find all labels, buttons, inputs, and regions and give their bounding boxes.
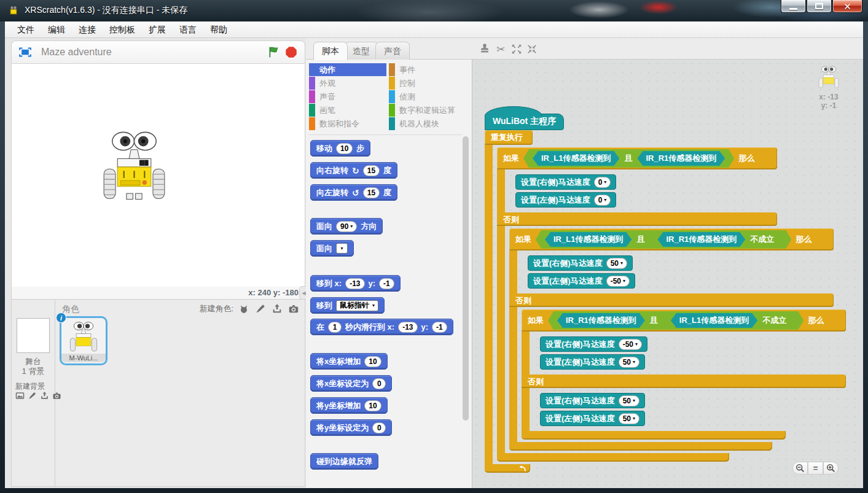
- speed-dropdown[interactable]: -50▾: [619, 339, 642, 350]
- category-events[interactable]: 事件: [389, 63, 466, 76]
- block-change-y[interactable]: 将y坐标增加 10: [310, 397, 388, 414]
- category-looks[interactable]: 外观: [309, 77, 386, 90]
- and-operator-block[interactable]: IR_L1传感器检测到 且 IR_R1传感器检测到 不成立: [536, 230, 791, 249]
- sensor-ir-r1-block[interactable]: IR_R1传感器检测到: [557, 313, 645, 328]
- zoom-reset-button[interactable]: =: [808, 462, 823, 475]
- category-sound[interactable]: 声音: [309, 90, 386, 103]
- speed-dropdown[interactable]: 50▾: [619, 357, 639, 368]
- tab-costumes[interactable]: 造型: [344, 42, 378, 60]
- stage-canvas[interactable]: [11, 64, 305, 287]
- block-bounce-on-edge[interactable]: 碰到边缘就反弹: [310, 453, 378, 470]
- delta-input[interactable]: 10: [364, 356, 381, 367]
- menu-board[interactable]: 控制板: [103, 21, 142, 37]
- degrees-input[interactable]: 15: [363, 187, 380, 198]
- menu-language[interactable]: 语言: [173, 21, 203, 37]
- green-flag-button[interactable]: [268, 46, 280, 58]
- set-left-motor-block[interactable]: 设置(左侧)马达速度 50▾: [540, 411, 645, 426]
- block-glide[interactable]: 在 1 秒内滑行到 x: -13 y: -1: [310, 319, 453, 335]
- backdrop-paint-icon[interactable]: [27, 390, 37, 401]
- maximize-button[interactable]: [807, 0, 832, 13]
- scissors-icon[interactable]: ✂: [494, 42, 507, 56]
- block-point-in-direction[interactable]: 面向 90▾ 方向: [310, 218, 383, 235]
- sensor-ir-l1-block[interactable]: IR_L1传感器检测到: [671, 313, 757, 328]
- x-input[interactable]: -13: [345, 278, 364, 289]
- speed-dropdown[interactable]: 50▾: [606, 258, 627, 269]
- menu-edit[interactable]: 编辑: [41, 21, 72, 37]
- forever-block[interactable]: 重复执行 如果 IR_L1传感器检测到 且 IR_R1传感器检测到: [485, 130, 846, 473]
- speed-dropdown[interactable]: 50▾: [619, 413, 639, 424]
- block-turn-right[interactable]: 向右旋转 ↻ 15 度: [310, 162, 397, 179]
- stop-button[interactable]: [285, 46, 297, 58]
- and-operator-block[interactable]: IR_R1传感器检测到 且 IR_L1传感器检测到 不成立: [548, 311, 803, 330]
- set-left-motor-block[interactable]: 设置(左侧)马达速度 -50▾: [528, 273, 635, 289]
- towards-dropdown[interactable]: ▾: [336, 243, 348, 254]
- block-goto-mouse[interactable]: 移到 鼠标指针▾: [310, 297, 385, 314]
- backdrop-upload-icon[interactable]: [39, 390, 50, 401]
- close-button[interactable]: ✕: [832, 0, 862, 13]
- category-motion[interactable]: 动作: [309, 63, 386, 76]
- degrees-input[interactable]: 15: [363, 165, 380, 176]
- delta-input[interactable]: 10: [364, 400, 381, 411]
- sensor-ir-r1-block[interactable]: IR_R1传感器检测到: [657, 232, 745, 247]
- goto-target-dropdown[interactable]: 鼠标指针▾: [336, 300, 378, 311]
- stage-sprite-walle[interactable]: [102, 130, 166, 203]
- y-input[interactable]: -1: [432, 322, 447, 333]
- category-operators[interactable]: 数字和逻辑运算: [389, 104, 466, 117]
- category-robot[interactable]: 机器人模块: [389, 117, 466, 130]
- category-data[interactable]: 数据和指令: [309, 117, 386, 130]
- paintbrush-icon[interactable]: [254, 303, 267, 315]
- menu-file[interactable]: 文件: [10, 21, 41, 37]
- script-stack[interactable]: WuLiBot 主程序 重复执行 如果 IR_L1传感器检测到: [485, 105, 846, 473]
- block-move-steps[interactable]: 移动 10 步: [310, 140, 370, 157]
- wulibot-main-hat-block[interactable]: WuLiBot 主程序: [485, 114, 564, 130]
- category-pen[interactable]: 画笔: [309, 104, 386, 117]
- steps-input[interactable]: 10: [336, 143, 353, 154]
- if-else-block-inner[interactable]: 如果 IR_R1传感器检测到 且 IR_L1传感器检测到 不成立: [522, 309, 846, 440]
- upload-icon[interactable]: [271, 303, 283, 315]
- set-left-motor-block[interactable]: 设置(左侧)马达速度 0▾: [515, 192, 616, 208]
- fullscreen-icon[interactable]: [19, 46, 31, 58]
- category-sensing[interactable]: 侦测: [389, 90, 466, 103]
- if-else-block-middle[interactable]: 如果 IR_L1传感器检测到 且 IR_R1传感器检测到 不成立: [509, 228, 846, 451]
- speed-dropdown[interactable]: 0▾: [594, 195, 611, 206]
- palette-scrollbar[interactable]: [463, 136, 469, 421]
- block-point-towards[interactable]: 面向 ▾: [310, 240, 354, 257]
- sensor-ir-r1-block[interactable]: IR_R1传感器检测到: [637, 151, 725, 166]
- and-operator-block[interactable]: IR_L1传感器检测到 且 IR_R1传感器检测到: [523, 149, 734, 168]
- set-right-motor-block[interactable]: 设置(右侧)马达速度 -50▾: [540, 336, 647, 352]
- sprite-tile-wulibot[interactable]: M-WuLi...: [60, 316, 108, 365]
- category-control[interactable]: 控制: [389, 77, 466, 90]
- forever-block-header[interactable]: 重复执行: [485, 130, 533, 145]
- project-title[interactable]: Maze adventure: [41, 47, 268, 58]
- value-input[interactable]: 0: [372, 422, 386, 433]
- backdrop-camera-icon[interactable]: [52, 390, 62, 401]
- camera-icon[interactable]: [287, 303, 300, 315]
- if-header[interactable]: 如果 IR_R1传感器检测到 且 IR_L1传感器检测到 不成立: [522, 309, 846, 332]
- else-divider[interactable]: 否则: [522, 375, 846, 388]
- speed-dropdown[interactable]: -50▾: [606, 276, 630, 287]
- sensor-ir-l1-block[interactable]: IR_L1传感器检测到: [545, 232, 631, 247]
- set-right-motor-block[interactable]: 设置(右侧)马达速度 0▾: [515, 174, 616, 190]
- speed-dropdown[interactable]: 0▾: [594, 177, 611, 188]
- minimize-button[interactable]: [781, 0, 806, 13]
- not-operator-block[interactable]: IR_R1传感器检测到 不成立: [649, 232, 782, 247]
- x-input[interactable]: -13: [398, 322, 417, 333]
- set-right-motor-block[interactable]: 设置(右侧)马达速度 50▾: [528, 255, 633, 271]
- menu-help[interactable]: 帮助: [203, 21, 234, 37]
- block-goto-xy[interactable]: 移到 x: -13 y: -1: [310, 275, 401, 292]
- if-header[interactable]: 如果 IR_L1传感器检测到 且 IR_R1传感器检测到 那么: [497, 147, 777, 169]
- sprite-library-icon[interactable]: [238, 303, 250, 315]
- sprite-info-icon[interactable]: i: [56, 312, 66, 323]
- speed-dropdown[interactable]: 50▾: [619, 395, 639, 406]
- zoom-out-button[interactable]: [792, 462, 808, 475]
- else-divider[interactable]: 否则: [497, 212, 777, 226]
- stamp-icon[interactable]: [478, 42, 491, 56]
- direction-dropdown[interactable]: 90▾: [336, 221, 357, 232]
- sensor-ir-l1-block[interactable]: IR_L1传感器检测到: [533, 151, 619, 166]
- menu-extensions[interactable]: 扩展: [142, 21, 173, 37]
- script-workspace[interactable]: x: -13 y: -1 WuLiBot 主程序 重复执行 如果: [472, 60, 863, 488]
- seconds-input[interactable]: 1: [328, 322, 342, 333]
- tab-sounds[interactable]: 声音: [375, 42, 410, 60]
- block-set-x[interactable]: 将x坐标设定为 0: [310, 375, 392, 392]
- y-input[interactable]: -1: [379, 278, 394, 289]
